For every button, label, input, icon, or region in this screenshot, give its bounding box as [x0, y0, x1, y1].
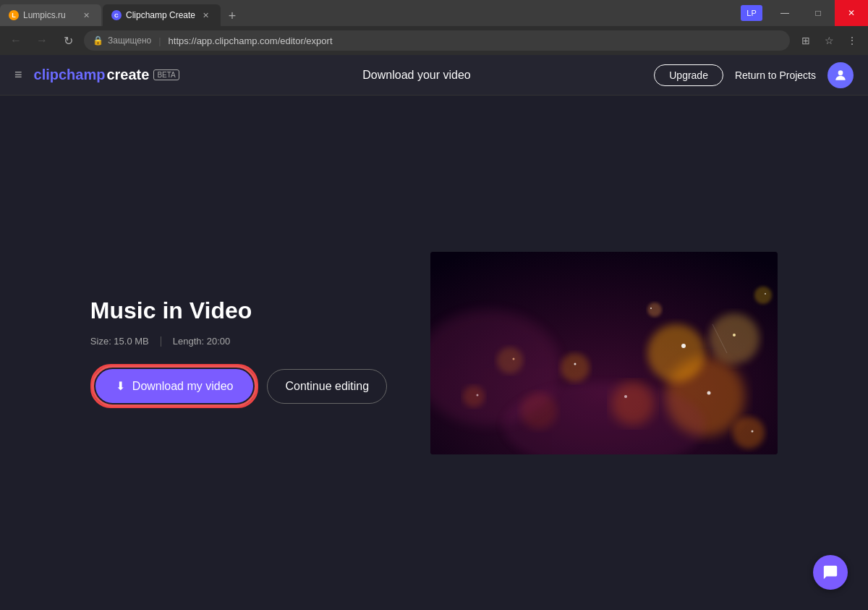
svg-point-16 [733, 334, 736, 336]
svg-point-8 [733, 417, 765, 449]
tab-lumpics[interactable]: L Lumpics.ru ✕ [0, 4, 101, 26]
svg-point-5 [709, 313, 760, 364]
secure-label: Защищено [108, 35, 151, 46]
url-text: https://app.clipchamp.com/editor/export [169, 35, 333, 46]
chat-button[interactable] [813, 555, 848, 590]
svg-point-17 [574, 363, 576, 365]
menu-button[interactable]: ⋮ [842, 30, 862, 51]
thumbnail-svg [430, 252, 778, 454]
tab-lumpics-close[interactable]: ✕ [80, 9, 93, 22]
svg-point-11 [754, 287, 772, 304]
beta-badge: BETA [153, 69, 179, 80]
minimize-button[interactable]: — [768, 0, 801, 26]
url-bar[interactable]: 🔒 Защищено | https://app.clipchamp.com/e… [84, 30, 790, 51]
main-content: Music in Video Size: 15.0 MB Length: 20:… [0, 96, 868, 610]
tab-clipchamp[interactable]: C Clipchamp Create ✕ [103, 4, 221, 26]
tab-favicon-lumpics: L [9, 10, 19, 20]
meta-divider [161, 336, 161, 347]
hamburger-menu-icon[interactable]: ≡ [14, 67, 22, 82]
close-button[interactable]: ✕ [835, 0, 868, 26]
user-avatar[interactable] [827, 62, 854, 88]
maximize-button[interactable]: □ [801, 0, 835, 26]
tab-clipchamp-label: Clipchamp Create [126, 10, 195, 20]
continue-editing-button[interactable]: Continue editing [267, 369, 387, 404]
svg-point-0 [838, 70, 843, 75]
video-size: Size: 15.0 MB [90, 336, 149, 347]
back-button[interactable]: ← [6, 30, 26, 51]
app-logo: clipchampcreateBETA [34, 67, 179, 83]
svg-point-18 [752, 430, 754, 432]
action-buttons: ⬇ Download my video Continue editing [90, 364, 387, 408]
download-button-label: Download my video [132, 380, 234, 393]
forward-button[interactable]: → [32, 30, 52, 51]
download-icon: ⬇ [116, 379, 125, 393]
svg-point-6 [561, 353, 590, 382]
video-length: Length: 20:00 [173, 336, 231, 347]
svg-point-3 [647, 324, 705, 382]
video-meta: Size: 15.0 MB Length: 20:00 [90, 336, 230, 347]
app-container: ≡ clipchampcreateBETA Download your vide… [0, 55, 868, 610]
upgrade-button[interactable]: Upgrade [654, 64, 723, 86]
translate-button[interactable]: ⊞ [796, 30, 816, 51]
page-title: Download your video [362, 69, 470, 82]
user-profile-badge[interactable]: LP [741, 5, 762, 21]
download-button-highlight: ⬇ Download my video [90, 364, 259, 408]
video-title: Music in Video [90, 297, 252, 324]
tab-lumpics-label: Lumpics.ru [23, 10, 66, 20]
address-bar: ← → ↻ 🔒 Защищено | https://app.clipchamp… [0, 26, 868, 55]
logo-clipchamp-text: clipchamp [34, 67, 106, 83]
svg-point-14 [707, 391, 711, 394]
return-to-projects-button[interactable]: Return to Projects [735, 69, 816, 81]
tab-favicon-clipchamp: C [111, 10, 122, 20]
video-thumbnail [430, 252, 778, 454]
logo-create-text: create [106, 67, 149, 83]
svg-point-12 [647, 302, 662, 317]
svg-point-22 [765, 293, 766, 295]
reload-button[interactable]: ↻ [58, 30, 78, 51]
lock-icon: 🔒 [93, 35, 103, 46]
svg-point-21 [650, 308, 652, 309]
bookmark-button[interactable]: ☆ [819, 30, 839, 51]
download-my-video-button[interactable]: ⬇ Download my video [95, 369, 254, 403]
new-tab-button[interactable]: + [222, 6, 242, 26]
app-header: ≡ clipchampcreateBETA Download your vide… [0, 55, 868, 96]
tab-clipchamp-close[interactable]: ✕ [200, 9, 212, 22]
svg-point-13 [681, 344, 686, 348]
thumbnail-canvas [430, 252, 778, 454]
left-panel: Music in Video Size: 15.0 MB Length: 20:… [90, 297, 387, 408]
